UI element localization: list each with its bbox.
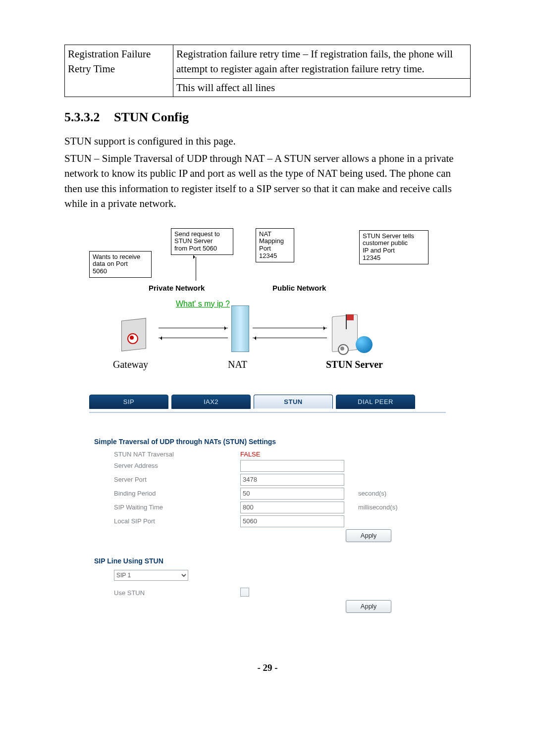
row-sip-waiting: SIP Waiting Time millisecond(s) [114,502,441,513]
tab-stun[interactable]: STUN [254,395,333,409]
label-nat-traversal: STUN NAT Traversal [114,451,240,458]
input-sip-waiting[interactable] [240,502,344,513]
apply-stun-settings-button[interactable]: Apply [346,529,391,542]
intro-line: STUN support is configured in this page. [64,134,471,149]
arrow [253,328,327,328]
diagram-box-nat-mapping: NAT Mapping Port 12345 [256,228,294,263]
retry-label-cell: Registration Failure Retry Time [65,45,173,97]
nat-icon [231,305,251,355]
arrow-back [253,338,327,338]
row-use-stun: Use STUN [114,588,441,598]
nat-label: NAT [228,359,247,370]
unit-seconds: second(s) [358,490,386,497]
label-local-sip-port: Local SIP Port [114,517,240,525]
input-binding-period[interactable] [240,488,344,500]
section-heading: 5.3.3.2 STUN Config [64,110,471,125]
stun-description: STUN – Simple Traversal of UDP through N… [64,151,471,211]
value-nat-traversal: FALSE [240,451,349,458]
stun-config-panel: SIP IAX2 STUN DIAL PEER Simple Traversal… [89,395,446,628]
stun-server-label: STUN Server [326,359,383,370]
tab-sip[interactable]: SIP [89,395,168,409]
section-title: STUN Config [114,110,189,124]
page-number: - 29 - [64,662,471,673]
retry-note-cell: This will affect all lines [173,78,471,97]
label-server-port: Server Port [114,476,240,483]
label-use-stun: Use STUN [114,589,240,597]
label-sip-waiting: SIP Waiting Time [114,504,240,511]
arrow-back [159,338,228,338]
row-binding-period: Binding Period second(s) [114,488,441,500]
gateway-label: Gateway [113,359,148,370]
gateway-icon [116,314,156,354]
diagram-box-stun-tells: STUN Server tells customer public IP and… [359,230,428,265]
tab-dial-peer[interactable]: DIAL PEER [336,395,415,409]
label-binding-period: Binding Period [114,490,240,497]
input-server-port[interactable] [240,474,344,486]
diagram-box-wants-receive: Wants to receive data on Port 5060 [89,251,152,278]
section-number: 5.3.3.2 [64,110,100,125]
sip-line-select[interactable]: SIP 1 [114,570,188,581]
row-local-sip-port: Local SIP Port [114,515,441,527]
row-server-port: Server Port [114,474,441,486]
apply-sip-line-button[interactable]: Apply [346,600,391,613]
private-network-label: Private Network [149,284,205,292]
tab-bar: SIP IAX2 STUN DIAL PEER [89,395,446,409]
row-nat-traversal: STUN NAT Traversal FALSE [114,451,441,458]
input-local-sip-port[interactable] [240,515,344,527]
stun-server-icon [332,315,386,355]
stun-settings-title: Simple Traversal of UDP through NATs (ST… [94,438,441,446]
label-server-address: Server Address [114,462,240,469]
public-network-label: Public Network [272,284,326,292]
arrow [196,257,197,281]
unit-milliseconds: millisecond(s) [358,504,397,511]
diagram-box-send-request: Send request to STUN Server from Port 50… [171,228,233,255]
retry-desc-cell: Registration failure retry time – If reg… [173,45,471,79]
sip-line-using-stun-title: SIP Line Using STUN [94,557,441,565]
checkbox-use-stun[interactable] [240,588,249,597]
tab-iax2[interactable]: IAX2 [171,395,251,409]
input-server-address[interactable] [240,460,344,472]
stun-diagram: Wants to receive data on Port 5060 Send … [89,226,446,375]
row-server-address: Server Address [114,460,441,472]
whats-my-ip-label: What' s my ip ? [176,300,230,308]
arrow [159,328,228,328]
registration-retry-table: Registration Failure Retry Time Registra… [64,45,471,97]
